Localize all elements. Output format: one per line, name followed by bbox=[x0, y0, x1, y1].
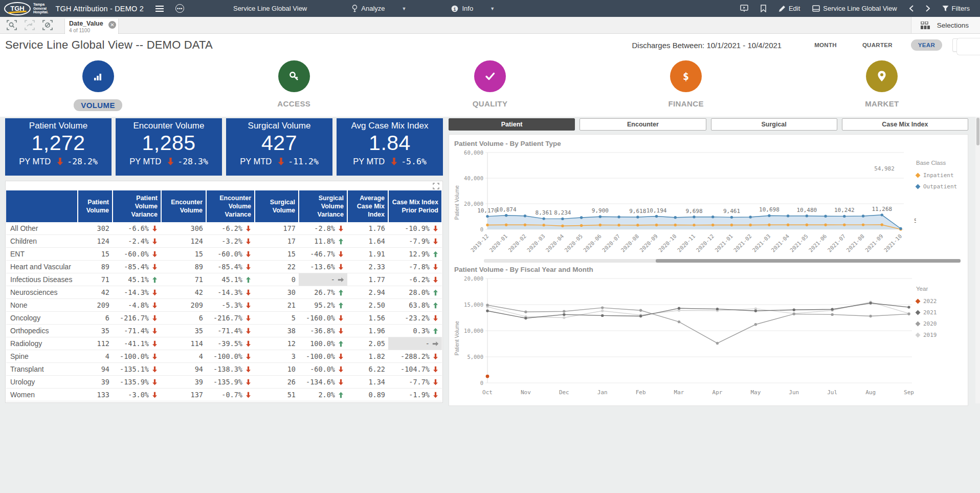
table-cell[interactable]: 124 bbox=[161, 235, 206, 248]
chart1-horizontal-scrollbar[interactable] bbox=[484, 259, 961, 263]
table-cell[interactable]: -216.7% bbox=[206, 312, 255, 325]
table-cell[interactable]: 137 bbox=[161, 389, 206, 401]
table-header-service-line[interactable] bbox=[6, 190, 78, 222]
table-cell[interactable]: -1.9% bbox=[388, 389, 442, 401]
kpi-card-2[interactable]: Encounter Volume 1,285 PY MTD -28.3% bbox=[116, 118, 222, 176]
legend-item-2020[interactable]: 2020 bbox=[916, 320, 965, 327]
table-header-average-case-mix-index[interactable]: Average Case Mix Index bbox=[347, 190, 388, 222]
table-cell[interactable]: 0 bbox=[255, 273, 299, 286]
table-cell[interactable]: -160.0% bbox=[299, 312, 347, 325]
table-cell[interactable]: -2.8% bbox=[299, 222, 347, 235]
table-cell[interactable]: 6 bbox=[161, 312, 206, 325]
table-cell[interactable]: 3 bbox=[255, 350, 299, 363]
chart2-plot[interactable]: 05,00010,00015,00020,000OctNovDecJanFebM… bbox=[461, 274, 916, 402]
table-cell[interactable]: -135.9% bbox=[206, 376, 255, 389]
table-cell[interactable]: 133 bbox=[78, 389, 113, 401]
table-cell[interactable]: 28.0% bbox=[388, 286, 442, 299]
table-header-surgical-volume-variance[interactable]: Surgical Volume Variance bbox=[299, 190, 347, 222]
table-cell[interactable]: 38 bbox=[255, 325, 299, 337]
table-cell[interactable]: -3.0% bbox=[113, 389, 161, 401]
panel-handle[interactable] bbox=[956, 38, 980, 55]
table-cell[interactable]: -288.2% bbox=[388, 350, 442, 363]
table-cell[interactable]: 89 bbox=[78, 261, 113, 273]
table-cell[interactable]: 4 bbox=[78, 350, 113, 363]
table-cell[interactable]: 4 bbox=[161, 350, 206, 363]
table-cell[interactable]: -36.8% bbox=[299, 325, 347, 337]
pin-circle-button[interactable] bbox=[866, 60, 898, 92]
table-cell[interactable]: 12.9% bbox=[388, 248, 442, 261]
toggle-case-mix-index[interactable]: Case Mix Index bbox=[842, 118, 968, 131]
table-cell[interactable]: 45.1% bbox=[113, 273, 161, 286]
filters-button[interactable]: Filters bbox=[937, 0, 975, 17]
table-cell[interactable]: -10.9% bbox=[388, 222, 442, 235]
table-cell[interactable]: -100.0% bbox=[206, 350, 255, 363]
table-cell[interactable]: 10 bbox=[255, 363, 299, 376]
previous-sheet-button[interactable] bbox=[904, 0, 919, 17]
table-cell[interactable]: -85.4% bbox=[206, 261, 255, 273]
table-cell[interactable]: 42 bbox=[78, 286, 113, 299]
clear-selections-button[interactable] bbox=[39, 18, 56, 32]
table-cell[interactable]: 306 bbox=[161, 222, 206, 235]
table-cell[interactable]: -7.9% bbox=[388, 235, 442, 248]
tgh-logo[interactable]: TGH Tampa General Hospital. bbox=[4, 2, 49, 15]
kpi-card-1[interactable]: Patient Volume 1,272 PY MTD -28.2% bbox=[5, 118, 112, 176]
patient-type-chart[interactable]: Patient Volume 020,00040,00060,0002019-1… bbox=[453, 148, 966, 257]
bar-chart-circle-button[interactable] bbox=[82, 60, 114, 92]
nav-label-finance[interactable]: FINANCE bbox=[668, 99, 703, 108]
table-cell[interactable]: -4.8% bbox=[113, 299, 161, 312]
table-cell[interactable]: 112 bbox=[78, 337, 113, 350]
table-cell[interactable]: 0.89 bbox=[347, 389, 388, 401]
service-line-name[interactable]: ENT bbox=[6, 248, 78, 261]
nav-label-quality[interactable]: QUALITY bbox=[473, 99, 508, 108]
table-cell[interactable]: -6.6% bbox=[113, 222, 161, 235]
table-header-case-mix-index-prior-period[interactable]: Case Mix Index Prior Period bbox=[388, 190, 442, 222]
table-cell[interactable]: -41.1% bbox=[113, 337, 161, 350]
table-cell[interactable]: 1.64 bbox=[347, 235, 388, 248]
table-cell[interactable]: -6.2% bbox=[206, 222, 255, 235]
table-cell[interactable]: -135.1% bbox=[113, 363, 161, 376]
table-cell[interactable]: 94 bbox=[161, 363, 206, 376]
bookmark-button[interactable] bbox=[755, 0, 771, 17]
scrollbar-thumb[interactable] bbox=[976, 118, 979, 145]
table-cell[interactable]: 302 bbox=[78, 222, 113, 235]
table-cell[interactable]: 1.77 bbox=[347, 273, 388, 286]
table-cell[interactable]: 1.82 bbox=[347, 350, 388, 363]
table-cell[interactable]: 30 bbox=[255, 286, 299, 299]
table-cell[interactable]: 6.22 bbox=[347, 363, 388, 376]
check-circle-button[interactable] bbox=[474, 60, 506, 92]
table-header-surgical-volume[interactable]: Surgical Volume bbox=[255, 190, 299, 222]
table-cell[interactable]: 209 bbox=[78, 299, 113, 312]
smart-search-button[interactable] bbox=[3, 18, 20, 32]
table-cell[interactable]: 39 bbox=[78, 376, 113, 389]
table-cell[interactable]: -71.4% bbox=[206, 325, 255, 337]
table-cell[interactable]: -60.0% bbox=[113, 248, 161, 261]
table-cell[interactable]: 2.94 bbox=[347, 286, 388, 299]
table-cell[interactable]: 2.33 bbox=[347, 261, 388, 273]
service-line-name[interactable]: Oncology bbox=[6, 312, 78, 325]
service-line-name[interactable]: Neurosciences bbox=[6, 286, 78, 299]
table-cell[interactable]: 12 bbox=[255, 337, 299, 350]
table-header-encounter-volume-variance[interactable]: Encounter Volume Variance bbox=[206, 190, 255, 222]
table-cell[interactable]: -100.0% bbox=[299, 350, 347, 363]
table-cell[interactable]: -14.3% bbox=[206, 286, 255, 299]
edit-button[interactable]: Edit bbox=[773, 0, 805, 17]
service-line-name[interactable]: Radiology bbox=[6, 337, 78, 350]
legend-item-2022[interactable]: 2022 bbox=[916, 298, 965, 305]
legend-item-outpatient[interactable]: Outpatient bbox=[916, 183, 965, 190]
table-cell[interactable]: 26.7% bbox=[299, 286, 347, 299]
table-cell[interactable]: 209 bbox=[161, 299, 206, 312]
service-line-name[interactable]: None bbox=[6, 299, 78, 312]
key-circle-button[interactable] bbox=[278, 60, 310, 92]
table-header-encounter-volume[interactable]: Encounter Volume bbox=[161, 190, 206, 222]
service-line-name[interactable]: Urology bbox=[6, 376, 78, 389]
nav-label-access[interactable]: ACCESS bbox=[277, 99, 310, 108]
selection-chip-date-value[interactable]: Date_Value 4 of 1100 ✕ bbox=[65, 18, 118, 35]
service-line-name[interactable]: Heart and Vascular bbox=[6, 261, 78, 273]
table-cell[interactable]: -2.4% bbox=[113, 235, 161, 248]
service-line-name[interactable]: Infectious Diseases bbox=[6, 273, 78, 286]
more-options-icon[interactable]: ••• bbox=[175, 4, 184, 13]
table-cell[interactable]: -7.8% bbox=[388, 261, 442, 273]
service-line-name[interactable]: Spine bbox=[6, 350, 78, 363]
table-cell[interactable]: 63.8% bbox=[388, 299, 442, 312]
toggle-encounter[interactable]: Encounter bbox=[580, 118, 706, 131]
